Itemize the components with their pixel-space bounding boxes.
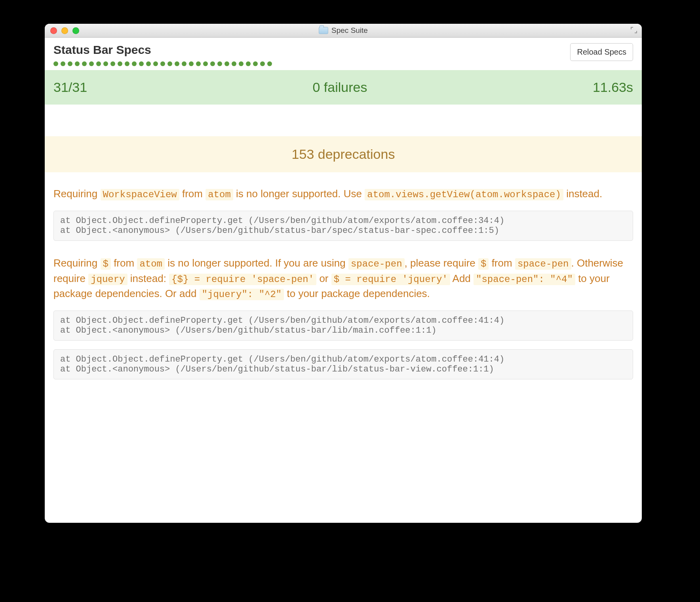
progress-dot <box>160 61 165 66</box>
code: $ = require 'jquery' <box>331 274 450 285</box>
app-window: Spec Suite Status Bar Specs Reload Specs… <box>45 24 642 523</box>
progress-dot <box>217 61 222 66</box>
status-failures: 0 failures <box>313 80 367 95</box>
progress-dot <box>118 61 122 66</box>
progress-dot <box>61 61 65 66</box>
text: or <box>316 272 331 284</box>
text: Requiring <box>53 188 101 200</box>
code: jquery <box>88 274 127 285</box>
progress-dot <box>182 61 186 66</box>
code: space-pen <box>515 258 571 270</box>
progress-dot <box>224 61 229 66</box>
code: {$} = require 'space-pen' <box>169 274 316 285</box>
stack-trace: at Object.Object.defineProperty.get (/Us… <box>53 211 633 241</box>
reload-specs-button[interactable]: Reload Specs <box>570 43 633 61</box>
progress-dot <box>196 61 201 66</box>
progress-dot <box>132 61 137 66</box>
code: $ <box>478 258 489 270</box>
code: "space-pen": "^4" <box>474 274 575 285</box>
progress-dot <box>239 61 243 66</box>
code: $ <box>101 258 111 270</box>
header: Status Bar Specs Reload Specs <box>45 38 642 70</box>
spec-title: Status Bar Specs <box>53 43 272 57</box>
stack-trace: at Object.Object.defineProperty.get (/Us… <box>53 311 633 341</box>
progress-dot <box>75 61 80 66</box>
progress-dot <box>189 61 194 66</box>
zoom-icon[interactable] <box>72 27 79 34</box>
deprecation-message: Requiring $ from atom is no longer suppo… <box>53 256 633 302</box>
deprecation-message: Requiring WorkspaceView from atom is no … <box>53 187 633 202</box>
code: space-pen <box>348 258 405 270</box>
text: , please require <box>405 257 478 269</box>
status-progress: 31/31 <box>53 80 87 95</box>
minimize-icon[interactable] <box>61 27 68 34</box>
progress-dot <box>146 61 151 66</box>
window-title-text: Spec Suite <box>331 26 368 35</box>
progress-dot <box>96 61 101 66</box>
code: atom.views.getView(atom.workspace) <box>365 189 563 200</box>
status-time: 11.63s <box>593 80 633 95</box>
progress-dot <box>210 61 215 66</box>
code: WorkspaceView <box>101 189 179 200</box>
deprecations-headline: 153 deprecations <box>292 147 395 162</box>
deprecations-band: 153 deprecations <box>45 136 642 172</box>
text: is no longer supported. Use <box>233 188 365 200</box>
progress-dot <box>125 61 129 66</box>
progress-dot <box>110 61 115 66</box>
progress-dot <box>267 61 272 66</box>
fullscreen-icon[interactable] <box>630 26 638 34</box>
deprecations-content: Requiring WorkspaceView from atom is no … <box>45 172 642 379</box>
text: to your package dependencies. <box>284 288 430 299</box>
window-title: Spec Suite <box>45 26 642 35</box>
text: Requiring <box>53 257 101 269</box>
progress-dot <box>260 61 265 66</box>
text: from <box>489 257 515 269</box>
titlebar: Spec Suite <box>45 24 642 38</box>
progress-dot <box>246 61 251 66</box>
progress-dot <box>253 61 258 66</box>
progress-dot <box>167 61 172 66</box>
code: atom <box>205 189 233 200</box>
stack-trace: at Object.Object.defineProperty.get (/Us… <box>53 349 633 379</box>
progress-dot <box>53 61 58 66</box>
status-band: 31/31 0 failures 11.63s <box>45 70 642 105</box>
text: from <box>179 188 205 200</box>
text: instead: <box>127 272 169 284</box>
code: atom <box>137 258 165 270</box>
text: is no longer supported. If you are using <box>165 257 348 269</box>
close-icon[interactable] <box>50 27 57 34</box>
traffic-lights <box>45 27 79 34</box>
progress-dot <box>203 61 208 66</box>
progress-dot <box>68 61 72 66</box>
progress-dot <box>89 61 94 66</box>
text: Add <box>450 272 474 284</box>
code: "jquery": "^2" <box>200 289 284 300</box>
progress-dot <box>82 61 87 66</box>
progress-dot <box>139 61 144 66</box>
progress-dot <box>153 61 158 66</box>
header-left: Status Bar Specs <box>53 43 272 66</box>
text: from <box>111 257 137 269</box>
text: instead. <box>563 188 602 200</box>
folder-icon <box>319 27 328 34</box>
progress-dot <box>175 61 179 66</box>
progress-dot <box>103 61 108 66</box>
progress-dot <box>232 61 236 66</box>
progress-dots <box>53 61 272 66</box>
